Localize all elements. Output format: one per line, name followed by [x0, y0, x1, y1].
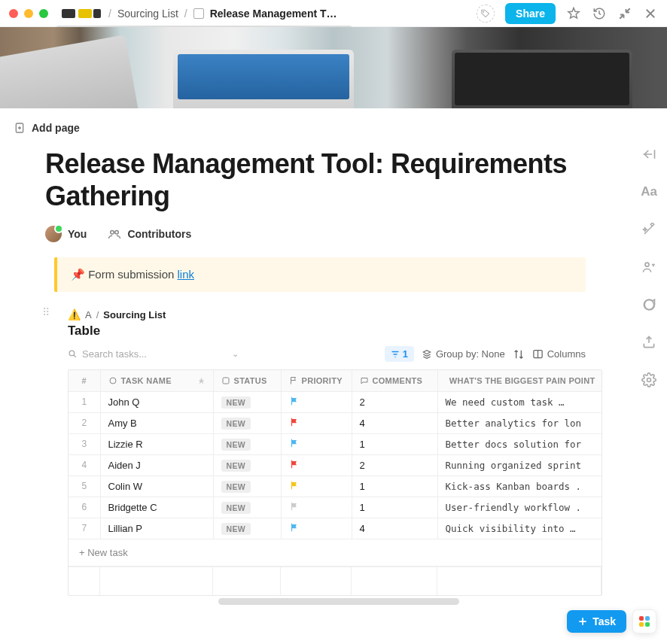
column-priority[interactable]: PRIORITY — [281, 370, 352, 391]
magic-wand-icon[interactable] — [641, 221, 657, 238]
table-toolbar: ⌄ 1 Group by: None Columns — [68, 346, 631, 362]
status-cell[interactable]: NEW — [213, 433, 281, 454]
add-page-button[interactable]: Add page — [0, 108, 631, 140]
comments-cell[interactable]: 2 — [352, 391, 437, 412]
comments-cell[interactable]: 1 — [352, 433, 437, 454]
cover-image[interactable] — [0, 27, 667, 108]
chevron-down-icon[interactable]: ⌄ — [232, 349, 239, 359]
space-switcher[interactable] — [62, 9, 101, 18]
status-cell[interactable]: NEW — [213, 454, 281, 475]
groupby-button[interactable]: Group by: None — [422, 348, 505, 360]
new-task-fab-label: Task — [592, 615, 616, 627]
priority-flag-icon — [289, 417, 300, 427]
table-row[interactable]: 7Lillian PNEW4Quick visibility into … — [69, 518, 602, 539]
priority-cell[interactable] — [281, 391, 352, 412]
priority-cell[interactable] — [281, 518, 352, 539]
columns-button[interactable]: Columns — [532, 348, 586, 360]
breadcrumb-item[interactable]: Sourcing List — [117, 8, 178, 20]
priority-cell[interactable] — [281, 454, 352, 475]
pain-point-cell[interactable]: Better analytics for lon — [437, 412, 602, 433]
svg-point-2 — [644, 299, 653, 309]
task-name-cell[interactable]: Lizzie R — [100, 433, 213, 454]
new-task-button[interactable]: + New task — [69, 539, 602, 567]
close-button[interactable] — [643, 6, 658, 21]
table-row[interactable]: 2Amy BNEW4Better analytics for lon — [69, 412, 602, 433]
window-zoom[interactable] — [39, 9, 48, 18]
page-title[interactable]: Release Management Tool: Requirements Ga… — [0, 140, 631, 226]
column-index[interactable]: # — [69, 370, 100, 391]
table-row[interactable]: 5Colin WNEW1Kick-ass Kanban boards . — [69, 475, 602, 497]
pain-point-cell[interactable]: Quick visibility into … — [437, 518, 602, 539]
favorite-button[interactable] — [566, 6, 581, 21]
status-cell[interactable]: NEW — [213, 497, 281, 518]
comments-cell[interactable]: 4 — [352, 518, 437, 539]
status-cell[interactable]: NEW — [213, 391, 281, 412]
comments-cell[interactable]: 4 — [352, 412, 437, 433]
status-cell[interactable]: NEW — [213, 518, 281, 539]
warning-icon: ⚠️ — [68, 308, 81, 320]
breadcrumb-current[interactable]: Release Management T… — [210, 8, 337, 20]
task-name-cell[interactable]: Lillian P — [100, 518, 213, 539]
table-row[interactable]: 4Aiden JNEW2Running organized sprint — [69, 454, 602, 475]
pain-point-cell[interactable]: Kick-ass Kanban boards . — [437, 475, 602, 497]
task-name-cell[interactable]: Bridgette C — [100, 497, 213, 518]
collaborators-icon[interactable] — [641, 259, 657, 275]
column-pain-point[interactable]: WHAT'S THE BIGGEST PAIN POINT — [437, 370, 602, 391]
search-box[interactable] — [68, 348, 226, 360]
pain-point-cell[interactable]: We need custom task … — [437, 391, 602, 412]
task-name-cell[interactable]: Aiden J — [100, 454, 213, 475]
priority-cell[interactable] — [281, 433, 352, 454]
sort-button[interactable] — [513, 348, 525, 360]
task-name-cell[interactable]: Amy B — [100, 412, 213, 433]
task-name-cell[interactable]: Colin W — [100, 475, 213, 497]
comments-cell[interactable]: 1 — [352, 497, 437, 518]
export-icon[interactable] — [641, 334, 657, 351]
search-input[interactable] — [82, 348, 203, 360]
table-breadcrumb[interactable]: ⚠️A / Sourcing List — [68, 308, 631, 320]
svg-point-1 — [645, 263, 649, 266]
add-page-label: Add page — [32, 122, 80, 134]
sort-icon — [513, 348, 525, 360]
column-comments[interactable]: COMMENTS — [352, 370, 437, 391]
owner[interactable]: You — [45, 226, 87, 242]
horizontal-scrollbar[interactable] — [218, 598, 459, 605]
tag-button[interactable] — [477, 5, 495, 23]
apps-fab[interactable] — [632, 609, 656, 633]
comment-icon[interactable] — [641, 296, 657, 313]
row-index: 1 — [69, 391, 100, 412]
column-status[interactable]: STATUS — [213, 370, 281, 391]
row-index: 5 — [69, 475, 100, 497]
topbar-actions: Share — [477, 3, 658, 24]
history-button[interactable] — [592, 6, 607, 21]
pain-point-cell[interactable]: Better docs solution for — [437, 433, 602, 454]
comments-cell[interactable]: 1 — [352, 475, 437, 497]
column-task-name[interactable]: TASK NAME — [100, 370, 213, 391]
outdent-icon[interactable] — [641, 146, 657, 163]
comments-cell[interactable]: 2 — [352, 454, 437, 475]
window-minimize[interactable] — [24, 9, 33, 18]
table-row[interactable]: 6Bridgette CNEW1User-friendly workflow . — [69, 497, 602, 518]
settings-icon[interactable] — [641, 372, 657, 388]
callout-block[interactable]: 📌 Form submission link — [54, 257, 586, 292]
task-name-cell[interactable]: John Q — [100, 391, 213, 412]
table-title[interactable]: Table — [68, 324, 631, 339]
priority-cell[interactable] — [281, 412, 352, 433]
pain-point-cell[interactable]: User-friendly workflow . — [437, 497, 602, 518]
filter-button[interactable]: 1 — [385, 346, 414, 362]
typography-button[interactable]: Aa — [641, 184, 657, 200]
collapse-button[interactable] — [617, 6, 632, 21]
priority-cell[interactable] — [281, 497, 352, 518]
share-button[interactable]: Share — [505, 3, 556, 24]
window-close[interactable] — [9, 9, 18, 18]
new-task-fab[interactable]: Task — [567, 610, 626, 633]
status-cell[interactable]: NEW — [213, 475, 281, 497]
pain-point-cell[interactable]: Running organized sprint — [437, 454, 602, 475]
callout-link[interactable]: link — [178, 268, 195, 281]
drag-handle-icon[interactable]: ⠿ — [42, 306, 50, 318]
table-row[interactable]: 3Lizzie RNEW1Better docs solution for — [69, 433, 602, 454]
status-cell[interactable]: NEW — [213, 412, 281, 433]
search-icon — [68, 349, 78, 359]
contributors[interactable]: Contributors — [108, 227, 191, 241]
table-row[interactable]: 1John QNEW2We need custom task … — [69, 391, 602, 412]
priority-cell[interactable] — [281, 475, 352, 497]
